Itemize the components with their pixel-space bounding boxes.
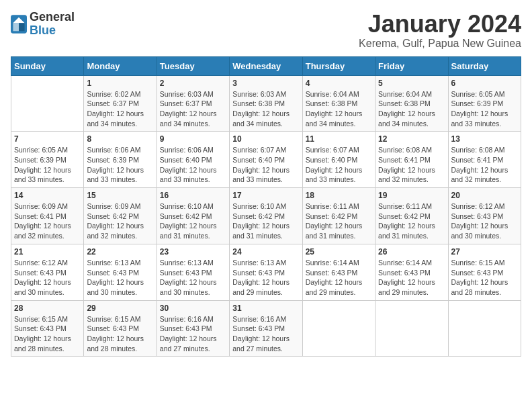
day-info: Sunrise: 6:13 AM Sunset: 6:43 PM Dayligh…: [232, 258, 299, 298]
logo-text: General Blue: [30, 11, 75, 38]
calendar-week-row: 1Sunrise: 6:02 AM Sunset: 6:37 PM Daylig…: [11, 75, 521, 132]
page-header: General Blue January 2024 Kerema, Gulf, …: [11, 11, 521, 50]
day-info: Sunrise: 6:15 AM Sunset: 6:43 PM Dayligh…: [14, 314, 81, 354]
weekday-header: Thursday: [302, 56, 375, 75]
calendar-cell: [375, 300, 448, 357]
day-number: 4: [306, 79, 372, 88]
calendar-cell: 12Sunrise: 6:08 AM Sunset: 6:41 PM Dayli…: [375, 132, 448, 188]
day-info: Sunrise: 6:12 AM Sunset: 6:43 PM Dayligh…: [14, 258, 81, 298]
day-info: Sunrise: 6:03 AM Sunset: 6:37 PM Dayligh…: [160, 89, 226, 129]
day-number: 10: [232, 134, 299, 144]
calendar-cell: 10Sunrise: 6:07 AM Sunset: 6:40 PM Dayli…: [230, 132, 302, 188]
day-number: 15: [87, 191, 153, 200]
day-number: 18: [306, 191, 372, 200]
calendar-cell: [302, 300, 375, 357]
logo: General Blue: [11, 11, 75, 38]
day-info: Sunrise: 6:11 AM Sunset: 6:42 PM Dayligh…: [378, 201, 445, 241]
day-info: Sunrise: 6:07 AM Sunset: 6:40 PM Dayligh…: [232, 145, 299, 185]
day-info: Sunrise: 6:15 AM Sunset: 6:43 PM Dayligh…: [451, 258, 518, 298]
calendar-cell: 5Sunrise: 6:04 AM Sunset: 6:38 PM Daylig…: [375, 75, 448, 132]
calendar-cell: 11Sunrise: 6:07 AM Sunset: 6:40 PM Dayli…: [302, 132, 375, 188]
calendar-cell: [11, 75, 84, 132]
title-area: January 2024 Kerema, Gulf, Papua New Gui…: [359, 11, 521, 50]
calendar-cell: 6Sunrise: 6:05 AM Sunset: 6:39 PM Daylig…: [448, 75, 521, 132]
day-info: Sunrise: 6:16 AM Sunset: 6:43 PM Dayligh…: [160, 314, 226, 354]
weekday-header: Friday: [375, 56, 448, 75]
calendar-cell: [448, 300, 521, 357]
calendar-week-row: 28Sunrise: 6:15 AM Sunset: 6:43 PM Dayli…: [11, 300, 521, 357]
day-info: Sunrise: 6:09 AM Sunset: 6:41 PM Dayligh…: [14, 201, 81, 241]
location-title: Kerema, Gulf, Papua New Guinea: [359, 38, 521, 50]
day-info: Sunrise: 6:14 AM Sunset: 6:43 PM Dayligh…: [378, 258, 445, 298]
calendar-cell: 14Sunrise: 6:09 AM Sunset: 6:41 PM Dayli…: [11, 188, 84, 244]
day-number: 23: [160, 247, 226, 257]
day-number: 29: [87, 304, 153, 313]
calendar-cell: 24Sunrise: 6:13 AM Sunset: 6:43 PM Dayli…: [230, 244, 302, 300]
day-number: 24: [232, 247, 299, 257]
calendar-cell: 20Sunrise: 6:12 AM Sunset: 6:43 PM Dayli…: [448, 188, 521, 244]
day-info: Sunrise: 6:05 AM Sunset: 6:39 PM Dayligh…: [14, 145, 81, 185]
month-title: January 2024: [359, 11, 521, 38]
day-info: Sunrise: 6:16 AM Sunset: 6:43 PM Dayligh…: [232, 314, 299, 354]
calendar-cell: 18Sunrise: 6:11 AM Sunset: 6:42 PM Dayli…: [302, 188, 375, 244]
day-number: 21: [14, 247, 81, 257]
day-number: 12: [378, 134, 445, 144]
day-number: 27: [451, 247, 518, 257]
calendar-cell: 31Sunrise: 6:16 AM Sunset: 6:43 PM Dayli…: [230, 300, 302, 357]
day-number: 13: [451, 134, 518, 144]
day-number: 5: [378, 79, 445, 88]
day-info: Sunrise: 6:08 AM Sunset: 6:41 PM Dayligh…: [378, 145, 445, 185]
calendar-cell: 7Sunrise: 6:05 AM Sunset: 6:39 PM Daylig…: [11, 132, 84, 188]
day-info: Sunrise: 6:10 AM Sunset: 6:42 PM Dayligh…: [232, 201, 299, 241]
calendar-week-row: 21Sunrise: 6:12 AM Sunset: 6:43 PM Dayli…: [11, 244, 521, 300]
calendar-cell: 23Sunrise: 6:13 AM Sunset: 6:43 PM Dayli…: [157, 244, 229, 300]
day-number: 20: [451, 191, 518, 200]
calendar-cell: 25Sunrise: 6:14 AM Sunset: 6:43 PM Dayli…: [302, 244, 375, 300]
day-info: Sunrise: 6:04 AM Sunset: 6:38 PM Dayligh…: [378, 89, 445, 129]
svg-marker-3: [13, 23, 19, 31]
weekday-header: Saturday: [448, 56, 521, 75]
day-number: 14: [14, 191, 81, 200]
day-number: 30: [160, 304, 226, 313]
day-info: Sunrise: 6:08 AM Sunset: 6:41 PM Dayligh…: [451, 145, 518, 185]
weekday-header: Sunday: [11, 56, 84, 75]
svg-marker-2: [19, 23, 25, 31]
day-number: 31: [232, 304, 299, 313]
day-number: 16: [160, 191, 226, 200]
calendar-week-row: 7Sunrise: 6:05 AM Sunset: 6:39 PM Daylig…: [11, 132, 521, 188]
day-info: Sunrise: 6:13 AM Sunset: 6:43 PM Dayligh…: [160, 258, 226, 298]
calendar-cell: 29Sunrise: 6:15 AM Sunset: 6:43 PM Dayli…: [84, 300, 157, 357]
logo-icon: [11, 15, 27, 34]
day-number: 3: [232, 79, 299, 88]
calendar-cell: 17Sunrise: 6:10 AM Sunset: 6:42 PM Dayli…: [230, 188, 302, 244]
calendar-cell: 4Sunrise: 6:04 AM Sunset: 6:38 PM Daylig…: [302, 75, 375, 132]
day-number: 7: [14, 134, 81, 144]
calendar-cell: 21Sunrise: 6:12 AM Sunset: 6:43 PM Dayli…: [11, 244, 84, 300]
day-number: 1: [87, 79, 153, 88]
calendar-week-row: 14Sunrise: 6:09 AM Sunset: 6:41 PM Dayli…: [11, 188, 521, 244]
calendar-cell: 22Sunrise: 6:13 AM Sunset: 6:43 PM Dayli…: [84, 244, 157, 300]
day-info: Sunrise: 6:10 AM Sunset: 6:42 PM Dayligh…: [160, 201, 226, 241]
day-info: Sunrise: 6:05 AM Sunset: 6:39 PM Dayligh…: [451, 89, 518, 129]
day-number: 19: [378, 191, 445, 200]
calendar-body: 1Sunrise: 6:02 AM Sunset: 6:37 PM Daylig…: [11, 75, 521, 357]
day-info: Sunrise: 6:15 AM Sunset: 6:43 PM Dayligh…: [87, 314, 153, 354]
day-info: Sunrise: 6:03 AM Sunset: 6:38 PM Dayligh…: [232, 89, 299, 129]
calendar-cell: 26Sunrise: 6:14 AM Sunset: 6:43 PM Dayli…: [375, 244, 448, 300]
calendar-table: SundayMondayTuesdayWednesdayThursdayFrid…: [11, 56, 521, 357]
calendar-cell: 27Sunrise: 6:15 AM Sunset: 6:43 PM Dayli…: [448, 244, 521, 300]
day-info: Sunrise: 6:13 AM Sunset: 6:43 PM Dayligh…: [87, 258, 153, 298]
day-info: Sunrise: 6:11 AM Sunset: 6:42 PM Dayligh…: [306, 201, 372, 241]
weekdays-row: SundayMondayTuesdayWednesdayThursdayFrid…: [11, 56, 521, 75]
calendar-cell: 13Sunrise: 6:08 AM Sunset: 6:41 PM Dayli…: [448, 132, 521, 188]
calendar-cell: 8Sunrise: 6:06 AM Sunset: 6:39 PM Daylig…: [84, 132, 157, 188]
calendar-cell: 2Sunrise: 6:03 AM Sunset: 6:37 PM Daylig…: [157, 75, 229, 132]
day-number: 11: [306, 134, 372, 144]
day-number: 25: [306, 247, 372, 257]
day-number: 26: [378, 247, 445, 257]
weekday-header: Wednesday: [230, 56, 302, 75]
day-number: 22: [87, 247, 153, 257]
calendar-cell: 15Sunrise: 6:09 AM Sunset: 6:42 PM Dayli…: [84, 188, 157, 244]
day-number: 17: [232, 191, 299, 200]
day-info: Sunrise: 6:02 AM Sunset: 6:37 PM Dayligh…: [87, 89, 153, 129]
